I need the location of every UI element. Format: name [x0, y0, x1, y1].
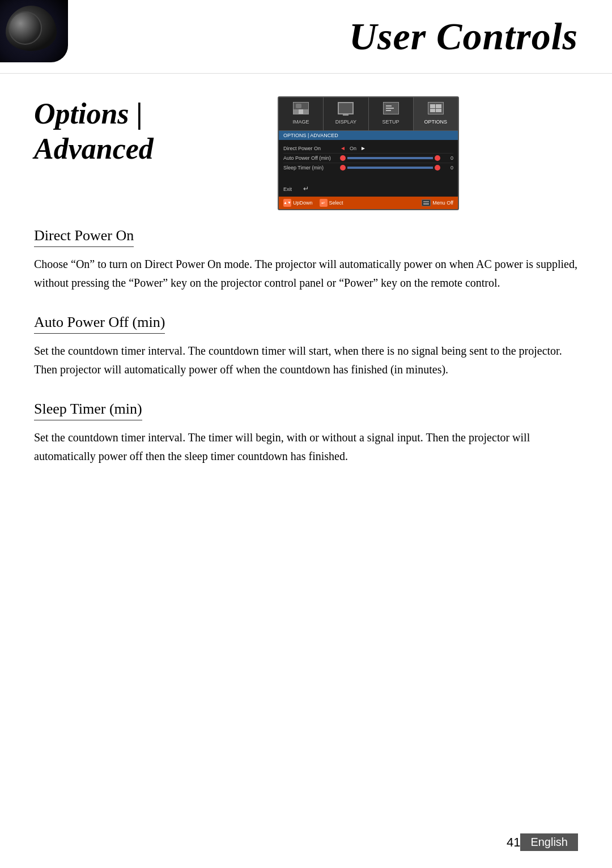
auto-power-off-body: Set the countdown timer interval. The co…: [34, 342, 578, 379]
auto-power-off-label: Auto Power Off (min): [283, 155, 340, 161]
options-advanced-title: Options | Advanced: [34, 96, 249, 167]
direct-power-on-left-arrow[interactable]: ◄: [340, 145, 346, 151]
osd-updown-label: UpDown: [293, 200, 313, 206]
osd-row-sleep-timer: Sleep Timer (min) 0: [283, 163, 453, 172]
display-tab-icon: [338, 102, 354, 114]
options-tab-icon: [428, 102, 444, 114]
osd-footer-menu-off: Menu Off: [422, 199, 453, 206]
direct-power-on-value: On: [350, 146, 356, 151]
page-header: User Controls: [0, 0, 612, 74]
auto-power-off-value: 0: [442, 155, 453, 161]
select-icon: ↵: [321, 201, 325, 206]
osd-row-auto-power-off: Auto Power Off (min) 0: [283, 154, 453, 163]
osd-tab-bar: IMAGE DISPLAY SETUP: [279, 97, 458, 131]
page-number: 41: [507, 835, 520, 850]
language-label: English: [520, 833, 578, 851]
sleep-timer-body: Set the countdown timer interval. The ti…: [34, 428, 578, 466]
page-footer: 41 English: [507, 833, 578, 851]
direct-power-on-body: Choose “On” to turn on Direct Power On m…: [34, 255, 578, 292]
direct-power-on-label: Direct Power On: [283, 146, 340, 151]
osd-row-direct-power-on: Direct Power On ◄ On ►: [283, 143, 453, 154]
auto-power-off-gear-right-icon[interactable]: [435, 155, 440, 161]
section-direct-power-on: Direct Power On Choose “On” to turn on D…: [34, 227, 578, 292]
osd-exit-row: Exit ↵: [279, 181, 458, 197]
main-content: Options | Advanced IMAGE DISPLAY: [0, 74, 612, 233]
osd-footer: ▲▼ UpDown ↵ Select Menu Off: [279, 197, 458, 209]
section-sleep-timer: Sleep Timer (min) Set the countdown time…: [34, 401, 578, 466]
osd-updown-btn[interactable]: ▲▼: [283, 199, 291, 207]
osd-content: Direct Power On ◄ On ► Auto Power Off (m…: [279, 140, 458, 176]
auto-power-off-control: 0: [340, 155, 453, 161]
osd-footer-select: ↵ Select: [320, 199, 343, 207]
osd-tab-setup-label: SETUP: [382, 119, 400, 125]
osd-menu-off-label: Menu Off: [432, 200, 453, 206]
osd-tab-options[interactable]: OPTIONS: [414, 97, 458, 130]
sleep-timer-gear-right-icon[interactable]: [435, 165, 440, 171]
logo-image: [0, 0, 68, 62]
setup-tab-icon: [383, 102, 399, 114]
left-panel: Options | Advanced: [34, 96, 249, 210]
osd-breadcrumb: OPTIONS | ADVANCED: [279, 131, 458, 140]
direct-power-on-control: ◄ On ►: [340, 145, 453, 151]
osd-enter-icon[interactable]: ↵: [303, 185, 309, 193]
osd-select-label: Select: [329, 200, 343, 206]
osd-exit-label: Exit: [283, 186, 292, 192]
sleep-timer-bar: [347, 167, 433, 169]
sleep-timer-value: 0: [442, 165, 453, 171]
osd-tab-options-label: OPTIONS: [424, 119, 448, 125]
full-content-area: Direct Power On Choose “On” to turn on D…: [0, 227, 612, 466]
direct-power-on-heading: Direct Power On: [34, 227, 134, 247]
osd-tab-display[interactable]: DISPLAY: [324, 97, 368, 130]
sleep-timer-label: Sleep Timer (min): [283, 165, 340, 171]
page-title: User Controls: [349, 14, 612, 59]
osd-tab-image[interactable]: IMAGE: [279, 97, 324, 130]
auto-power-off-gear-icon[interactable]: [340, 155, 346, 161]
sleep-timer-gear-icon[interactable]: [340, 165, 346, 171]
osd-footer-updown: ▲▼ UpDown: [283, 199, 313, 207]
image-tab-icon: [293, 102, 309, 114]
menu-icon[interactable]: [422, 199, 431, 206]
sleep-timer-heading: Sleep Timer (min): [34, 401, 142, 420]
osd-tab-display-label: DISPLAY: [335, 119, 356, 125]
sleep-timer-control: 0: [340, 165, 453, 171]
section-auto-power-off: Auto Power Off (min) Set the countdown t…: [34, 314, 578, 379]
auto-power-off-heading: Auto Power Off (min): [34, 314, 165, 334]
osd-tab-setup[interactable]: SETUP: [369, 97, 414, 130]
updown-icon: ▲▼: [283, 201, 291, 205]
osd-panel: IMAGE DISPLAY SETUP: [278, 96, 459, 210]
auto-power-off-bar: [347, 157, 433, 159]
osd-tab-image-label: IMAGE: [293, 119, 309, 125]
direct-power-on-right-arrow[interactable]: ►: [360, 145, 366, 151]
osd-select-btn[interactable]: ↵: [320, 199, 328, 207]
